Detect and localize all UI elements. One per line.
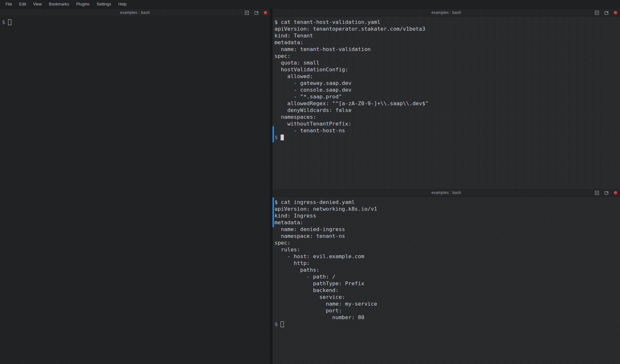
terminal-line: withoutTenantPrefix: xyxy=(274,120,620,127)
split-view-icon[interactable] xyxy=(604,10,609,15)
terminal-output: $ cat ingress-denied.yamlapiVersion: net… xyxy=(274,199,620,321)
terminal-line: pathType: Prefix xyxy=(274,280,620,287)
terminal-line: metadata: xyxy=(274,219,620,226)
menu-bar: File Edit View Bookmarks Plugins Setting… xyxy=(0,0,620,9)
split-view-icon[interactable] xyxy=(604,190,609,195)
terminal-line: name: my-service xyxy=(274,300,620,307)
menu-file[interactable]: File xyxy=(2,0,16,8)
terminal-line: paths: xyxy=(274,267,620,273)
terminal-output: $ cat tenant-host-validation.yamlapiVers… xyxy=(274,19,620,134)
menu-help[interactable]: Help xyxy=(115,0,130,8)
menu-plugins[interactable]: Plugins xyxy=(73,0,93,8)
prompt-row: $ xyxy=(274,134,620,141)
terminal-line: - console.saap.dev xyxy=(274,86,620,93)
pane-left-title: examples : bash xyxy=(120,10,150,15)
close-view-button[interactable] xyxy=(614,191,617,195)
shell-prompt: $ xyxy=(274,134,278,141)
terminal-cursor xyxy=(281,321,284,327)
terminal-line: quota: small xyxy=(274,59,620,66)
shell-prompt: $ xyxy=(2,19,5,25)
split-view-container: examples : bash $ xyxy=(0,9,620,364)
menu-settings[interactable]: Settings xyxy=(93,0,115,8)
pane-top-right-title: examples : bash xyxy=(431,10,461,15)
terminal-line: spec: xyxy=(274,239,620,246)
pane-left-header[interactable]: examples : bash xyxy=(0,9,270,17)
shell-prompt: $ xyxy=(274,321,278,328)
close-view-button[interactable] xyxy=(614,11,617,15)
terminal-cursor xyxy=(281,135,284,140)
terminal-line: service: xyxy=(274,294,620,300)
maximize-view-icon[interactable] xyxy=(594,10,599,15)
terminal-line: kind: Tenant xyxy=(274,32,620,39)
terminal-line: $ cat tenant-host-validation.yaml xyxy=(274,19,620,25)
maximize-view-icon[interactable] xyxy=(594,190,599,195)
prompt-row: $ xyxy=(2,19,270,25)
pane-top-right-header[interactable]: examples : bash xyxy=(273,9,620,17)
terminal-top-right[interactable]: $ cat tenant-host-validation.yamlapiVers… xyxy=(273,17,620,189)
terminal-line: - "*.saap.prod" xyxy=(274,93,620,100)
pane-bottom-right-header-buttons xyxy=(594,189,617,197)
pane-top-right: examples : bash $ cat tenant-host-valida… xyxy=(273,9,620,189)
konsole-window: File Edit View Bookmarks Plugins Setting… xyxy=(0,0,620,364)
close-view-button[interactable] xyxy=(264,11,267,15)
terminal-line: port: xyxy=(274,307,620,314)
pane-bottom-right-title: examples : bash xyxy=(431,190,461,195)
terminal-line: namespaces: xyxy=(274,114,620,120)
terminal-line: - path: / xyxy=(274,273,620,280)
terminal-line: $ cat ingress-denied.yaml xyxy=(274,199,620,206)
split-divider-vertical[interactable] xyxy=(270,9,273,364)
menu-bookmarks[interactable]: Bookmarks xyxy=(46,0,73,8)
terminal-bottom-right[interactable]: $ cat ingress-denied.yamlapiVersion: net… xyxy=(273,197,620,364)
terminal-line: name: denied-ingress xyxy=(274,226,620,233)
pane-left: examples : bash $ xyxy=(0,9,270,364)
pane-bottom-right-header[interactable]: examples : bash xyxy=(273,189,620,197)
right-column: examples : bash $ cat tenant-host-valida… xyxy=(273,9,620,364)
scroll-position-indicator xyxy=(273,126,274,142)
terminal-line: rules: xyxy=(274,246,620,253)
terminal-line: kind: Ingress xyxy=(274,212,620,219)
split-view-icon[interactable] xyxy=(254,10,259,15)
terminal-line: denyWildcards: false xyxy=(274,107,620,114)
terminal-line: - host: evil.example.com xyxy=(274,253,620,260)
pane-left-header-buttons xyxy=(244,9,267,16)
terminal-line: - tenant-host-ns xyxy=(274,127,620,134)
terminal-line: apiVersion: networking.k8s.io/v1 xyxy=(274,206,620,212)
terminal-line: metadata: xyxy=(274,39,620,46)
terminal-line: apiVersion: tenantoperator.stakater.com/… xyxy=(274,25,620,32)
terminal-line: allowed: xyxy=(274,73,620,80)
terminal-line: namespace: tenant-ns xyxy=(274,233,620,239)
terminal-line: http: xyxy=(274,260,620,267)
terminal-line: backend: xyxy=(274,287,620,294)
terminal-left[interactable]: $ xyxy=(0,17,270,364)
terminal-line: number: 80 xyxy=(274,314,620,321)
terminal-line: - gateway.saap.dev xyxy=(274,80,620,86)
pane-top-right-header-buttons xyxy=(594,9,617,16)
terminal-line: allowedRegex: "^[a-zA-Z0-9-]+\\.saap\\.d… xyxy=(274,100,620,107)
pane-bottom-right: examples : bash $ cat ingress-denied.yam… xyxy=(273,189,620,364)
maximize-view-icon[interactable] xyxy=(244,10,249,15)
menu-edit[interactable]: Edit xyxy=(16,0,30,8)
terminal-line: spec: xyxy=(274,53,620,59)
terminal-line: hostValidationConfig: xyxy=(274,66,620,73)
scroll-position-indicator xyxy=(273,197,274,227)
terminal-cursor xyxy=(8,19,11,25)
menu-view[interactable]: View xyxy=(30,0,46,8)
terminal-line: name: tenant-host-validation xyxy=(274,46,620,53)
prompt-row: $ xyxy=(274,321,620,328)
